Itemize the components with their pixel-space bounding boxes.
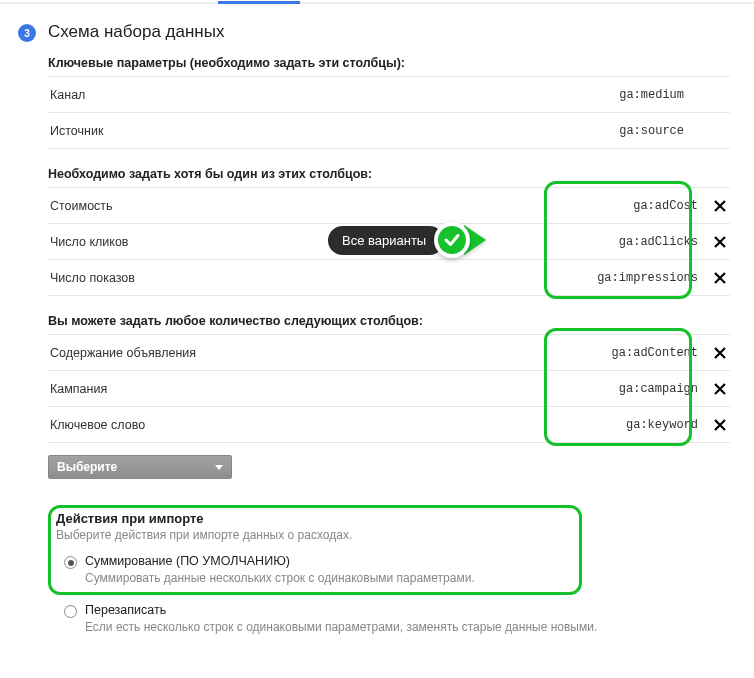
remove-row-button[interactable] <box>712 198 728 214</box>
checkmark-icon <box>434 222 470 258</box>
step-title: Схема набора данных <box>48 22 224 42</box>
radio-overwrite[interactable] <box>64 605 77 618</box>
callout-label: Все варианты <box>328 226 444 255</box>
table-row: Кампания ga:campaign <box>48 371 730 407</box>
column-label: Содержание объявления <box>50 346 588 360</box>
table-row: Ключевое слово ga:keyword <box>48 407 730 443</box>
column-label: Число показов <box>50 271 588 285</box>
column-label: Канал <box>50 88 618 102</box>
column-code: ga:keyword <box>588 418 698 432</box>
radio-sum-desc: Суммировать данные нескольких строк с од… <box>85 571 475 585</box>
radio-sum[interactable] <box>64 556 77 569</box>
column-label: Число кликов <box>50 235 588 249</box>
select-column-dropdown[interactable]: Выберите <box>48 455 232 479</box>
import-actions-heading: Действия при импорте <box>56 511 722 526</box>
close-icon <box>714 200 726 212</box>
remove-row-button[interactable] <box>712 417 728 433</box>
column-label: Стоимость <box>50 199 588 213</box>
table-row: Число показов ga:impressions <box>48 260 730 296</box>
chevron-down-icon <box>215 465 223 470</box>
close-icon <box>714 419 726 431</box>
column-code: ga:medium <box>618 88 728 102</box>
step-number-badge: 3 <box>18 24 36 42</box>
column-code: ga:adCost <box>588 199 698 213</box>
table-row: Стоимость ga:adCost <box>48 188 730 224</box>
remove-row-button[interactable] <box>712 345 728 361</box>
key-columns-rows: Канал ga:medium Источник ga:source <box>48 76 730 149</box>
radio-overwrite-desc: Если есть несколько строк с одинаковыми … <box>85 620 597 634</box>
any-columns-rows: Содержание объявления ga:adContent Кампа… <box>48 334 730 443</box>
table-row: Канал ga:medium <box>48 77 730 113</box>
one-column-heading: Необходимо задать хотя бы один из этих с… <box>48 167 730 181</box>
close-icon <box>714 383 726 395</box>
tab-indicator <box>0 2 754 4</box>
annotation-callout: Все варианты <box>328 222 486 258</box>
column-code: ga:impressions <box>588 271 698 285</box>
import-actions-subheading: Выберите действия при импорте данных о р… <box>56 528 722 542</box>
column-code: ga:source <box>618 124 728 138</box>
remove-row-button[interactable] <box>712 234 728 250</box>
column-label: Источник <box>50 124 618 138</box>
remove-row-button[interactable] <box>712 270 728 286</box>
close-icon <box>714 236 726 248</box>
column-code: ga:adClicks <box>588 235 698 249</box>
column-code: ga:adContent <box>588 346 698 360</box>
key-columns-heading: Ключевые параметры (необходимо задать эт… <box>48 56 730 70</box>
close-icon <box>714 272 726 284</box>
close-icon <box>714 347 726 359</box>
column-label: Кампания <box>50 382 588 396</box>
column-code: ga:campaign <box>588 382 698 396</box>
radio-sum-label: Суммирование (ПО УМОЛЧАНИЮ) <box>85 554 475 568</box>
table-row: Источник ga:source <box>48 113 730 149</box>
select-placeholder: Выберите <box>57 460 117 474</box>
any-column-heading: Вы можете задать любое количество следую… <box>48 314 730 328</box>
table-row: Содержание объявления ga:adContent <box>48 335 730 371</box>
column-label: Ключевое слово <box>50 418 588 432</box>
radio-overwrite-label: Перезаписать <box>85 603 597 617</box>
remove-row-button[interactable] <box>712 381 728 397</box>
